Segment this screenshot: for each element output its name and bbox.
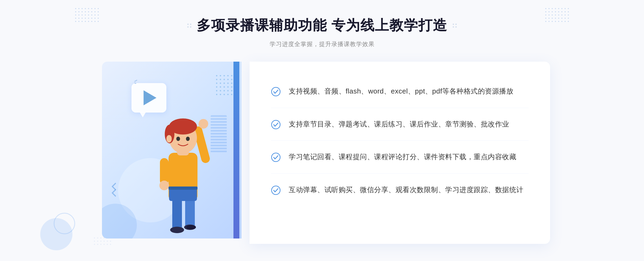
svg-point-13 bbox=[176, 137, 180, 141]
content-area: 支持视频、音频、flash、word、excel、ppt、pdf等各种格式的资源… bbox=[94, 62, 550, 244]
illus-dots-pattern bbox=[216, 75, 236, 95]
svg-point-7 bbox=[199, 119, 208, 129]
svg-point-21 bbox=[272, 153, 280, 162]
illustration-bg bbox=[102, 62, 241, 238]
feature-text-2: 支持章节目录、弹题考试、课后练习、课后作业、章节测验、批改作业 bbox=[289, 119, 509, 130]
svg-point-8 bbox=[159, 181, 169, 190]
features-panel: 支持视频、音频、flash、word、excel、ppt、pdf等各种格式的资源… bbox=[250, 62, 550, 244]
svg-point-14 bbox=[186, 137, 190, 141]
check-icon-4 bbox=[271, 185, 281, 195]
illustration-container bbox=[94, 62, 250, 244]
svg-rect-17 bbox=[169, 187, 197, 190]
svg-point-19 bbox=[272, 87, 280, 96]
check-icon-1 bbox=[271, 87, 281, 96]
feature-item-2: 支持章节目录、弹题考试、课后练习、课后作业、章节测验、批改作业 bbox=[271, 108, 529, 141]
svg-point-20 bbox=[272, 120, 280, 129]
svg-point-2 bbox=[170, 227, 184, 233]
svg-rect-1 bbox=[185, 198, 195, 228]
deco-circle-outline-bottom bbox=[54, 213, 75, 234]
svg-point-22 bbox=[272, 186, 280, 195]
feature-text-3: 学习笔记回看、课程提问、课程评论打分、课件资料下载，重点内容收藏 bbox=[289, 151, 516, 163]
page-title: 多项录播课辅助功能 专为线上教学打造 bbox=[197, 16, 447, 35]
title-left-dots bbox=[187, 24, 191, 28]
header-section: 多项录播课辅助功能 专为线上教学打造 学习进度全掌握，提升录播课教学效果 bbox=[0, 0, 644, 48]
svg-rect-0 bbox=[172, 198, 182, 230]
title-row: 多项录播课辅助功能 专为线上教学打造 bbox=[0, 16, 644, 35]
page-subtitle: 学习进度全掌握，提升录播课教学效果 bbox=[0, 40, 644, 48]
svg-point-18 bbox=[186, 225, 196, 229]
feature-text-1: 支持视频、音频、flash、word、excel、ppt、pdf等各种格式的资源… bbox=[289, 86, 513, 97]
title-right-dots bbox=[453, 24, 457, 28]
feature-item-1: 支持视频、音频、flash、word、excel、ppt、pdf等各种格式的资源… bbox=[271, 75, 529, 108]
check-icon-3 bbox=[271, 152, 281, 162]
page-container: 多项录播课辅助功能 专为线上教学打造 学习进度全掌握，提升录播课教学效果 bbox=[0, 0, 644, 261]
shine-decoration bbox=[134, 80, 137, 84]
accent-bar bbox=[233, 62, 239, 238]
feature-text-4: 互动弹幕、试听购买、微信分享、观看次数限制、学习进度跟踪、数据统计 bbox=[289, 184, 524, 196]
arrow-decoration bbox=[113, 184, 118, 196]
person-illustration bbox=[145, 99, 221, 238]
feature-item-3: 学习笔记回看、课程提问、课程评论打分、课件资料下载，重点内容收藏 bbox=[271, 141, 529, 174]
svg-point-15 bbox=[166, 135, 172, 143]
check-icon-2 bbox=[271, 120, 281, 129]
feature-item-4: 互动弹幕、试听购买、微信分享、观看次数限制、学习进度跟踪、数据统计 bbox=[271, 174, 529, 206]
